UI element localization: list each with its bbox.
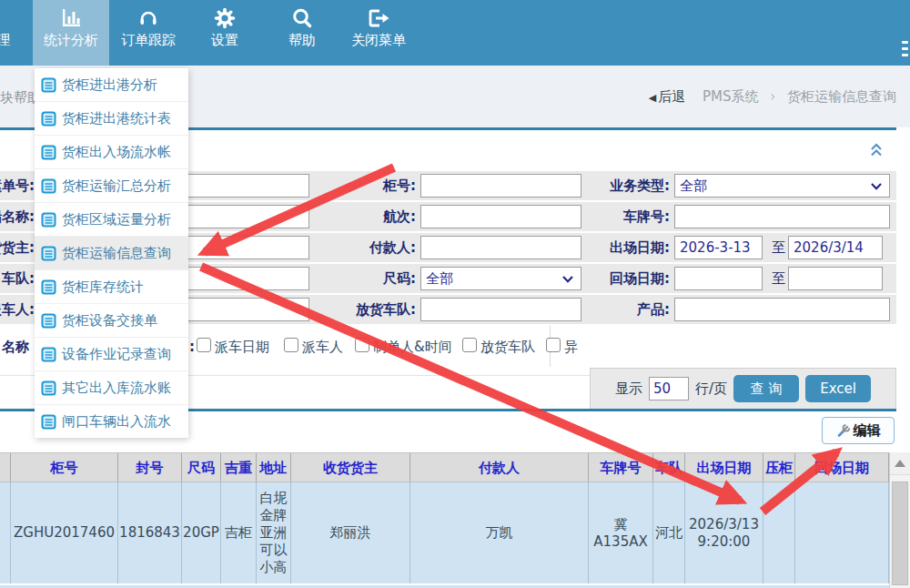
consignee-label: 收货货主: [0, 233, 35, 262]
query-button-band: 显示 行/页 查 询 Excel [590, 368, 896, 410]
table-row[interactable]: ZGHU2017460 1816843 20GP 吉柜 白坭金牌亚洲可以小高 郑… [0, 482, 889, 583]
row-cell-out-date: 2026/3/13 9:20:00 [685, 482, 763, 583]
release-fleet-checkbox[interactable] [462, 338, 477, 352]
maker-time-label: 制单人&时间 [373, 326, 452, 368]
size-label: 尺码: [314, 264, 416, 293]
breadcrumb-separator: › [770, 88, 775, 105]
back-arrow-icon: ◀ [649, 92, 656, 104]
out-date-from-input[interactable] [674, 236, 763, 259]
to-word: 至 [772, 233, 785, 262]
menu-item-port-inout-table[interactable]: 货柜进出港统计表 [35, 102, 188, 136]
table-scrollbar[interactable] [889, 452, 910, 588]
nav-item-close-menu[interactable]: 关闭菜单 [340, 0, 417, 66]
menu-item-inventory-stats[interactable]: 货柜库存统计 [35, 270, 188, 304]
edit-button[interactable]: 编辑 [822, 417, 895, 444]
document-icon [41, 111, 56, 127]
return-date-label: 回场日期: [546, 264, 670, 293]
to-word: 至 [772, 264, 785, 293]
manage-icon [0, 6, 8, 30]
nav-item-order-tracking[interactable]: 订单跟踪 [110, 0, 187, 66]
header-cell[interactable]: 付款人 [410, 453, 589, 482]
excel-button[interactable]: Excel [805, 375, 871, 402]
document-icon [41, 380, 56, 396]
menu-item-equipment-handover[interactable]: 货柜设备交接单 [35, 304, 188, 338]
more-icon[interactable] [902, 41, 908, 59]
breadcrumb-root[interactable]: PMS系统 [703, 88, 759, 105]
product-label: 产品: [546, 295, 670, 324]
nav-item-settings[interactable]: 设置 [187, 0, 263, 66]
search-icon [290, 6, 314, 30]
product-input[interactable] [674, 298, 890, 321]
header-cell[interactable]: 吉重 [221, 453, 257, 482]
back-link[interactable]: ◀后退 [649, 88, 685, 105]
scrollbar-thumb[interactable] [892, 482, 908, 585]
plate-no-label: 车牌号: [546, 202, 670, 231]
headset-icon [136, 6, 160, 30]
plate-no-input[interactable] [674, 205, 890, 228]
header-cell[interactable]: 出场日期 [685, 453, 763, 482]
bar-chart-icon [59, 6, 83, 30]
row-cell-pressed [763, 482, 795, 583]
top-nav: 管理 统计分析 订单跟踪 [0, 0, 910, 66]
row-cell-payer: 万凯 [410, 482, 589, 583]
collapse-panel-icon[interactable] [869, 143, 884, 157]
header-cell[interactable]: 地址 [257, 453, 291, 482]
show-label: 显示 [615, 380, 642, 398]
logout-icon [367, 6, 390, 30]
return-date-to-input[interactable] [788, 267, 883, 290]
header-cell[interactable]: 封号 [118, 453, 182, 482]
breadcrumb: ◀后退 PMS系统 › 货柜运输信息查询 [649, 88, 896, 106]
menu-item-gate-vehicle-flow[interactable]: 闸口车辆出入流水 [35, 405, 188, 438]
maker-time-checkbox[interactable] [355, 338, 369, 352]
page-size-input[interactable] [649, 377, 689, 400]
dispatch-date-checkbox[interactable] [197, 338, 211, 352]
nav-item-help[interactable]: 帮助 [264, 0, 340, 66]
name-label: 名称 [2, 326, 29, 368]
gear-icon [213, 6, 237, 30]
header-cell[interactable] [0, 453, 11, 482]
nav-label: 订单跟踪 [110, 31, 187, 49]
nav-item-statistics[interactable]: 统计分析 [33, 0, 109, 66]
header-cell[interactable]: 车牌号 [589, 453, 653, 482]
document-icon [41, 77, 56, 93]
nav-label: 设置 [187, 31, 263, 49]
menu-item-region-volume[interactable]: 货柜区域运量分析 [35, 203, 188, 237]
header-cell[interactable]: 柜号 [11, 453, 118, 482]
document-icon [41, 212, 56, 228]
abnormal-checkbox[interactable] [546, 338, 561, 352]
up-arrow-icon [895, 460, 905, 467]
biz-type-label: 业务类型: [546, 171, 670, 200]
nav-label: 关闭菜单 [340, 31, 417, 49]
menu-item-equipment-job-log[interactable]: 设备作业记录查询 [35, 338, 188, 371]
colon: : [189, 326, 195, 368]
document-icon [41, 145, 56, 160]
out-date-to-input[interactable] [788, 236, 883, 259]
waybill-label: 运单号: [0, 171, 35, 200]
header-cell[interactable]: 回场日期 [795, 453, 889, 482]
abnormal-label: 异 [564, 326, 578, 368]
table-header-row: 柜号 封号 尺码 吉重 地址 收货货主 付款人 车牌号 车队 出场日期 压柜 回… [0, 452, 889, 482]
menu-item-other-warehouse-ledger[interactable]: 其它出入库流水账 [35, 371, 188, 405]
query-button[interactable]: 查 询 [733, 375, 799, 402]
document-icon [41, 178, 56, 194]
release-fleet-cb-label: 放货车队 [480, 326, 535, 368]
return-date-from-input[interactable] [674, 267, 763, 290]
row-cell-size: 20GP [182, 482, 221, 583]
nav-label: 统计分析 [33, 31, 109, 49]
header-cell[interactable]: 收货货主 [291, 453, 410, 482]
row-cell-container-no: ZGHU2017460 [11, 482, 118, 583]
out-date-label: 出场日期: [546, 233, 670, 262]
row-cell-plate: 冀 A135AX [589, 482, 653, 583]
menu-item-transport-summary[interactable]: 货柜运输汇总分析 [35, 169, 188, 203]
header-cell[interactable]: 尺码 [182, 453, 221, 482]
rows-per-page-label: 行/页 [695, 380, 727, 398]
menu-item-port-inout-analysis[interactable]: 货柜进出港分析 [35, 68, 188, 102]
menu-item-yard-inout-ledger[interactable]: 货柜出入场流水帐 [35, 136, 188, 169]
scroll-up-button[interactable] [890, 452, 910, 475]
header-cell[interactable]: 车队 [653, 453, 685, 482]
menu-item-transport-info-query[interactable]: 货柜运输信息查询 [35, 237, 188, 270]
biz-type-select[interactable]: 全部 [674, 174, 890, 198]
header-cell[interactable]: 压柜 [763, 453, 795, 482]
nav-item-manage[interactable]: 管理 [0, 0, 35, 66]
dispatcher-checkbox[interactable] [284, 338, 298, 352]
